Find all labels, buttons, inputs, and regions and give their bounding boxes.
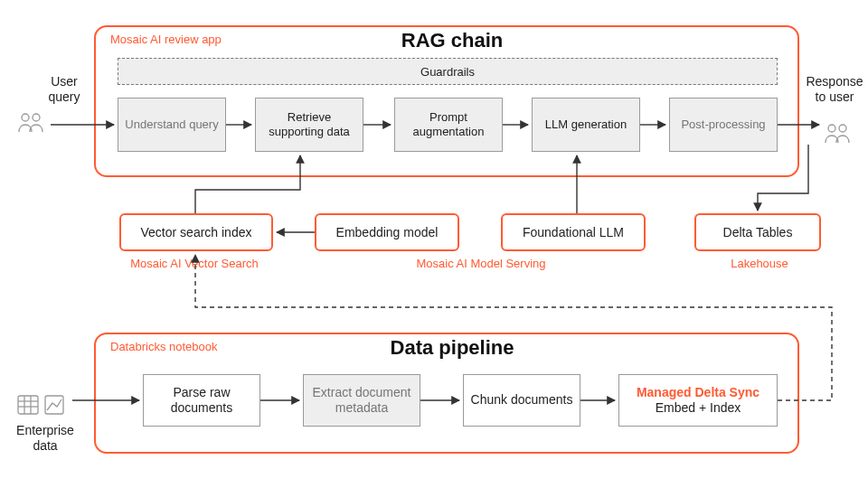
data-source-icon: [16, 390, 71, 419]
svg-rect-4: [18, 396, 38, 414]
svg-point-1: [33, 114, 40, 121]
rag-outer-label: Mosaic AI review app: [110, 33, 222, 46]
stage-parse-docs: Parse raw documents: [143, 374, 260, 427]
stage-chunk-docs: Chunk documents: [463, 374, 580, 427]
pipeline-title: Data pipeline: [353, 336, 552, 360]
stage-managed-delta-sync: Managed Delta Sync Embed + Index: [618, 374, 778, 427]
pipeline-outer-label: Databricks notebook: [110, 340, 218, 353]
guardrails-box: Guardrails: [118, 58, 778, 85]
vector-search-sublabel: Mosaic AI Vector Search: [108, 257, 280, 270]
svg-point-0: [22, 114, 29, 121]
user-query-label: User query: [40, 74, 89, 105]
stage-llm-generation: LLM generation: [532, 98, 640, 152]
delta-sync-subtitle: Embed + Index: [637, 400, 760, 417]
rag-title: RAG chain: [362, 29, 542, 52]
response-label: Response to user: [805, 74, 864, 105]
foundational-llm-box: Foundational LLM: [501, 213, 646, 251]
vector-search-box: Vector search index: [119, 213, 273, 251]
stage-understand-query: Understand query: [118, 98, 226, 152]
users-icon: [16, 110, 47, 136]
enterprise-data-label: Enterprise data: [9, 423, 81, 454]
delta-sync-title: Managed Delta Sync: [637, 385, 760, 401]
embedding-model-box: Embedding model: [315, 213, 459, 251]
stage-post-processing: Post-processing: [669, 98, 778, 152]
model-serving-sublabel: Mosaic AI Model Serving: [363, 257, 599, 270]
stage-extract-metadata: Extract document metadata: [303, 374, 420, 427]
lakehouse-sublabel: Lakehouse: [714, 257, 805, 270]
users-icon: [823, 121, 854, 146]
stage-prompt-augmentation: Prompt augmentation: [394, 98, 503, 152]
svg-point-3: [839, 125, 846, 132]
svg-point-2: [828, 125, 835, 132]
delta-tables-box: Delta Tables: [694, 213, 821, 251]
stage-retrieve-data: Retrieve supporting data: [255, 98, 363, 152]
